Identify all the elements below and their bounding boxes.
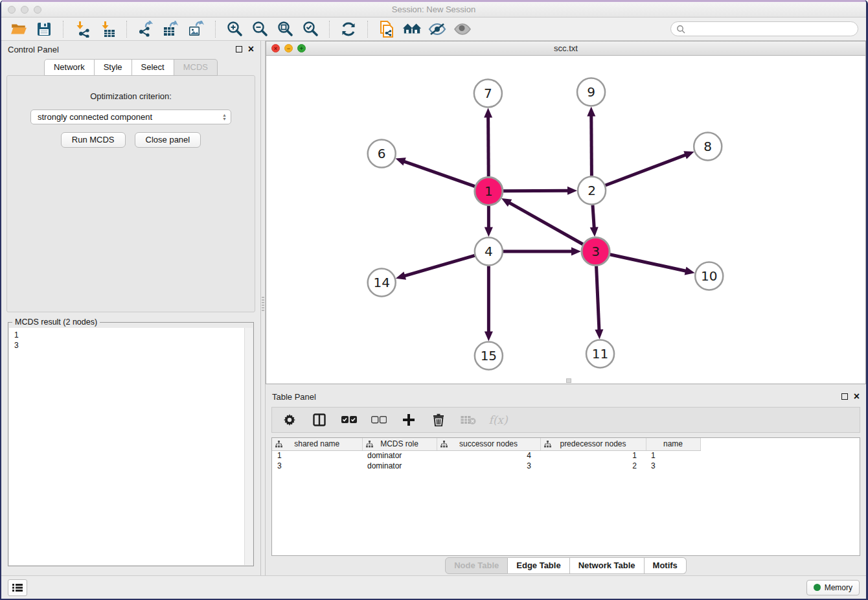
function-builder-icon: f(x) xyxy=(490,411,507,428)
table-panel: Table Panel × xyxy=(266,384,866,575)
home-icon[interactable] xyxy=(402,20,422,38)
float-table-panel-icon[interactable] xyxy=(841,393,848,400)
cell-filler xyxy=(700,461,860,471)
node-table: shared nameMCDS rolesuccessor nodesprede… xyxy=(272,438,860,471)
node-label: 2 xyxy=(588,183,596,198)
node-label: 8 xyxy=(703,139,712,154)
table-row[interactable]: 1dominator411 xyxy=(272,450,860,461)
search-input[interactable] xyxy=(689,25,852,34)
close-panel-button[interactable]: Close panel xyxy=(135,132,201,148)
zoom-out-icon[interactable] xyxy=(250,20,269,38)
task-history-button[interactable] xyxy=(8,579,27,596)
network-resize-grip[interactable] xyxy=(566,378,571,383)
tab-network-table[interactable]: Network Table xyxy=(570,557,645,574)
toolbar-separator xyxy=(126,21,127,38)
deselect-all-checkboxes-icon[interactable] xyxy=(371,411,387,428)
edge-2-3[interactable] xyxy=(593,205,594,228)
arrowhead-icon xyxy=(683,151,694,159)
table-cell[interactable]: 1 xyxy=(272,450,362,461)
tab-node-table[interactable]: Node Table xyxy=(445,557,508,574)
tab-style[interactable]: Style xyxy=(95,59,132,76)
edge-1-7[interactable] xyxy=(488,116,489,176)
result-scrollbar[interactable] xyxy=(244,328,253,565)
zoom-in-icon[interactable] xyxy=(225,20,244,38)
divider-grip-icon[interactable] xyxy=(262,297,264,311)
window-titlebar[interactable]: Session: New Session xyxy=(1,2,866,17)
hide-selected-eye-icon[interactable] xyxy=(428,20,447,38)
add-column-plus-icon[interactable] xyxy=(400,411,417,428)
run-mcds-button[interactable]: Run MCDS xyxy=(61,132,126,148)
panel-divider[interactable] xyxy=(260,41,266,575)
memory-button[interactable]: Memory xyxy=(806,580,860,595)
apply-layout-icon[interactable] xyxy=(339,20,358,38)
edge-1-2[interactable] xyxy=(503,190,569,191)
node-table-container: shared nameMCDS rolesuccessor nodesprede… xyxy=(271,437,860,556)
export-image-icon[interactable] xyxy=(187,20,206,38)
table-cell[interactable]: 1 xyxy=(540,450,646,461)
edge-3-11[interactable] xyxy=(597,266,599,330)
table-row[interactable]: 3dominator323 xyxy=(272,461,860,471)
control-panel-header: Control Panel × xyxy=(1,41,260,58)
edge-2-8[interactable] xyxy=(606,155,687,185)
search-icon xyxy=(676,25,685,34)
arrowhead-icon xyxy=(484,108,492,117)
column-header-mcds-role[interactable]: MCDS role xyxy=(362,438,437,450)
edge-3-10[interactable] xyxy=(610,255,687,271)
export-table-icon[interactable] xyxy=(161,20,181,38)
open-file-icon[interactable] xyxy=(9,20,29,38)
column-header-label: name xyxy=(663,439,683,448)
arrowhead-icon xyxy=(567,187,577,195)
zoom-selected-icon[interactable] xyxy=(301,20,320,38)
close-panel-icon[interactable]: × xyxy=(248,46,254,52)
mcds-result-line: 1 xyxy=(14,330,239,340)
tab-edge-table[interactable]: Edge Table xyxy=(508,557,569,574)
search-box[interactable] xyxy=(670,21,858,36)
save-session-icon[interactable] xyxy=(34,20,54,38)
export-network-icon[interactable] xyxy=(136,20,155,38)
network-view-titlebar[interactable]: × − + scc.txt xyxy=(266,41,865,56)
delete-trash-icon[interactable] xyxy=(430,411,447,428)
arrowhead-icon xyxy=(396,271,406,279)
import-table-icon[interactable] xyxy=(98,20,117,38)
table-cell[interactable]: 1 xyxy=(646,450,700,461)
table-cell[interactable]: 3 xyxy=(272,461,362,471)
split-view-icon[interactable] xyxy=(311,411,328,428)
edge-2-9[interactable] xyxy=(591,115,592,176)
arrowhead-icon xyxy=(685,267,695,275)
settings-gear-icon[interactable] xyxy=(281,411,298,428)
close-table-panel-icon[interactable]: × xyxy=(854,393,860,400)
show-all-eye-icon[interactable] xyxy=(453,20,472,38)
table-cell[interactable]: 2 xyxy=(540,461,646,471)
mcds-tab-content: Optimization criterion: strongly connect… xyxy=(6,75,255,312)
node-label: 7 xyxy=(484,86,492,101)
main-toolbar xyxy=(1,17,866,41)
tab-motifs[interactable]: Motifs xyxy=(645,557,687,574)
table-cell[interactable]: 3 xyxy=(646,461,700,471)
tab-select[interactable]: Select xyxy=(132,59,174,76)
column-header-name[interactable]: name xyxy=(646,438,700,450)
column-header-successor-nodes[interactable]: successor nodes xyxy=(437,438,540,450)
column-header-label: MCDS role xyxy=(380,439,418,448)
column-header-predecessor-nodes[interactable]: predecessor nodes xyxy=(540,438,646,450)
table-cell[interactable]: dominator xyxy=(362,461,437,471)
node-label: 4 xyxy=(485,244,493,259)
network-copy-icon[interactable] xyxy=(377,20,396,38)
edge-4-14[interactable] xyxy=(404,255,474,276)
edge-3-1[interactable] xyxy=(508,202,583,244)
mcds-result-list[interactable]: 13 xyxy=(9,328,244,565)
column-header-shared-name[interactable]: shared name xyxy=(272,438,362,450)
optimization-criterion-label: Optimization criterion: xyxy=(7,91,255,101)
select-all-checkboxes-icon[interactable] xyxy=(341,411,358,428)
optimization-criterion-select[interactable]: strongly connected component ▲▼ xyxy=(30,110,231,124)
arrowhead-icon xyxy=(571,248,581,256)
table-cell[interactable]: 3 xyxy=(437,461,540,471)
table-cell[interactable]: 4 xyxy=(437,450,540,461)
float-panel-icon[interactable] xyxy=(236,46,242,52)
network-graph-canvas[interactable]: 7968124314101511 xyxy=(266,56,865,384)
table-cell[interactable]: dominator xyxy=(362,450,437,461)
tab-network[interactable]: Network xyxy=(44,59,95,76)
import-network-icon[interactable] xyxy=(73,20,92,38)
tab-mcds[interactable]: MCDS xyxy=(174,59,218,76)
edge-1-6[interactable] xyxy=(404,161,475,187)
zoom-fit-icon[interactable] xyxy=(275,20,295,38)
